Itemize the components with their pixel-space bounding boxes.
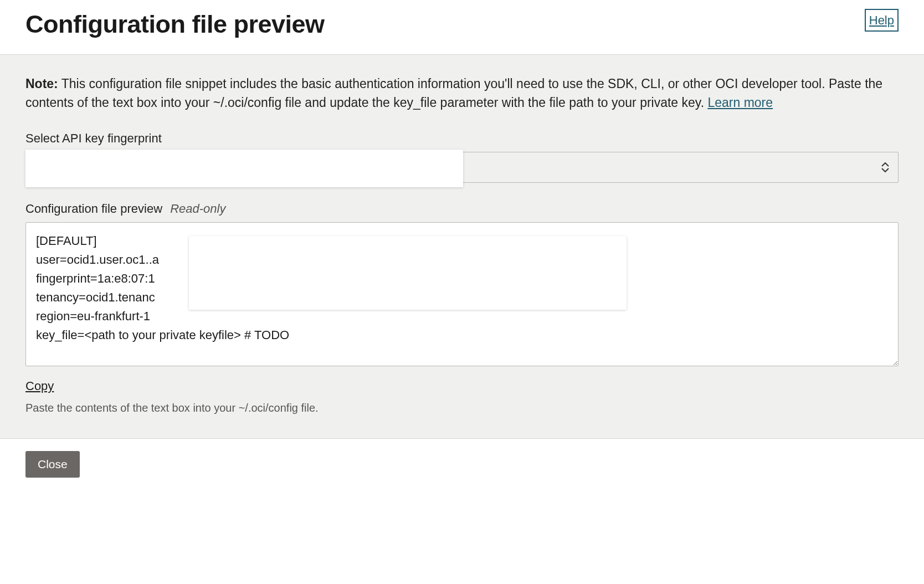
- preview-label: Configuration file preview: [25, 202, 162, 216]
- fingerprint-select-wrapper: [25, 152, 899, 183]
- dialog-header: Configuration file preview Help: [0, 0, 924, 54]
- note-text: Note: This configuration file snippet in…: [25, 74, 899, 112]
- preview-label-row: Configuration file preview Read-only: [25, 199, 899, 218]
- redaction-overlay: [25, 150, 463, 187]
- select-stepper-icon: [881, 162, 889, 172]
- fingerprint-label: Select API key fingerprint: [25, 129, 899, 147]
- redaction-overlay: [189, 236, 627, 310]
- readonly-label: Read-only: [170, 202, 225, 216]
- dialog-body: Note: This configuration file snippet in…: [0, 54, 924, 438]
- close-button[interactable]: Close: [25, 451, 80, 478]
- dialog-footer: Close: [0, 438, 924, 490]
- help-link[interactable]: Help: [865, 9, 899, 32]
- learn-more-link[interactable]: Learn more: [707, 95, 773, 110]
- preview-textarea-wrapper: [25, 222, 899, 371]
- paste-hint: Paste the contents of the text box into …: [25, 399, 899, 416]
- copy-link[interactable]: Copy: [25, 377, 54, 395]
- note-prefix: Note:: [25, 76, 58, 91]
- page-title: Configuration file preview: [25, 6, 325, 43]
